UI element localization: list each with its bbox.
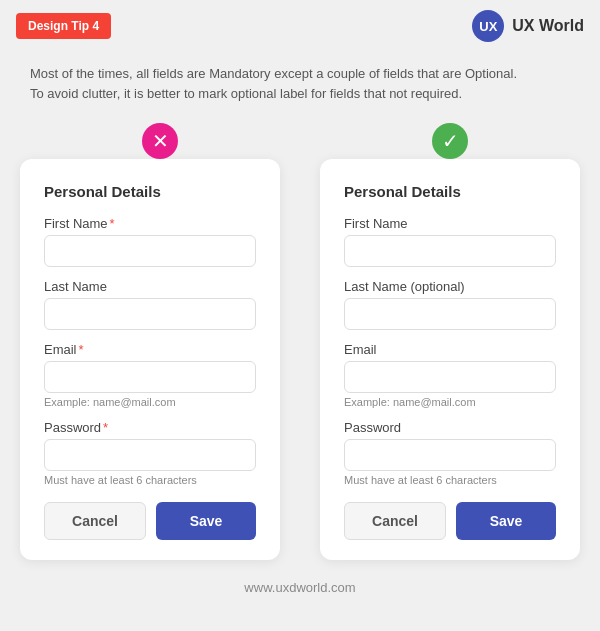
good-form-group-password: Password Must have at least 6 characters	[344, 420, 556, 486]
intro-line1: Most of the times, all fields are Mandat…	[30, 66, 517, 81]
intro-text: Most of the times, all fields are Mandat…	[0, 52, 600, 119]
bad-hint-password: Must have at least 6 characters	[44, 474, 256, 486]
bad-form-group-email: Email* Example: name@mail.com	[44, 342, 256, 408]
bad-indicator-icon: ✕	[142, 123, 178, 159]
bad-form-container: ✕ Personal Details First Name* Last Name…	[20, 139, 300, 560]
good-indicator-icon: ✓	[432, 123, 468, 159]
bad-button-row: Cancel Save	[44, 502, 256, 540]
bad-form-group-password: Password* Must have at least 6 character…	[44, 420, 256, 486]
good-input-lastname[interactable]	[344, 298, 556, 330]
good-form-card: Personal Details First Name Last Name (o…	[320, 159, 580, 560]
good-hint-email: Example: name@mail.com	[344, 396, 556, 408]
bad-hint-email: Example: name@mail.com	[44, 396, 256, 408]
good-form-group-email: Email Example: name@mail.com	[344, 342, 556, 408]
bad-input-lastname[interactable]	[44, 298, 256, 330]
good-label-firstname: First Name	[344, 216, 556, 231]
bad-required-star-email: *	[79, 342, 84, 357]
good-input-firstname[interactable]	[344, 235, 556, 267]
good-label-lastname: Last Name (optional)	[344, 279, 556, 294]
bad-label-firstname: First Name*	[44, 216, 256, 231]
brand: UX UX World	[472, 10, 584, 42]
good-button-row: Cancel Save	[344, 502, 556, 540]
bad-form-group-lastname: Last Name	[44, 279, 256, 330]
bad-form-group-firstname: First Name*	[44, 216, 256, 267]
header: Design Tip 4 UX UX World	[0, 0, 600, 52]
bad-label-email: Email*	[44, 342, 256, 357]
good-form-title: Personal Details	[344, 183, 556, 200]
good-label-password: Password	[344, 420, 556, 435]
cards-wrapper: ✕ Personal Details First Name* Last Name…	[0, 119, 600, 570]
bad-form-card: Personal Details First Name* Last Name E…	[20, 159, 280, 560]
good-cancel-button[interactable]: Cancel	[344, 502, 446, 540]
good-label-email: Email	[344, 342, 556, 357]
bad-cancel-button[interactable]: Cancel	[44, 502, 146, 540]
good-form-group-lastname: Last Name (optional)	[344, 279, 556, 330]
good-input-email[interactable]	[344, 361, 556, 393]
brand-name: UX World	[512, 17, 584, 35]
intro-line2: To avoid clutter, it is better to mark o…	[30, 86, 462, 101]
good-input-password[interactable]	[344, 439, 556, 471]
bad-input-password[interactable]	[44, 439, 256, 471]
bad-label-password: Password*	[44, 420, 256, 435]
bad-required-star-firstname: *	[110, 216, 115, 231]
good-hint-password: Must have at least 6 characters	[344, 474, 556, 486]
bad-save-button[interactable]: Save	[156, 502, 256, 540]
good-save-button[interactable]: Save	[456, 502, 556, 540]
footer: www.uxdworld.com	[0, 570, 600, 605]
good-form-group-firstname: First Name	[344, 216, 556, 267]
bad-required-star-password: *	[103, 420, 108, 435]
bad-form-title: Personal Details	[44, 183, 256, 200]
good-form-container: ✓ Personal Details First Name Last Name …	[320, 139, 580, 560]
bad-input-firstname[interactable]	[44, 235, 256, 267]
brand-logo: UX	[472, 10, 504, 42]
bad-input-email[interactable]	[44, 361, 256, 393]
footer-url: www.uxdworld.com	[244, 580, 355, 595]
bad-label-lastname: Last Name	[44, 279, 256, 294]
design-tip-badge: Design Tip 4	[16, 13, 111, 39]
